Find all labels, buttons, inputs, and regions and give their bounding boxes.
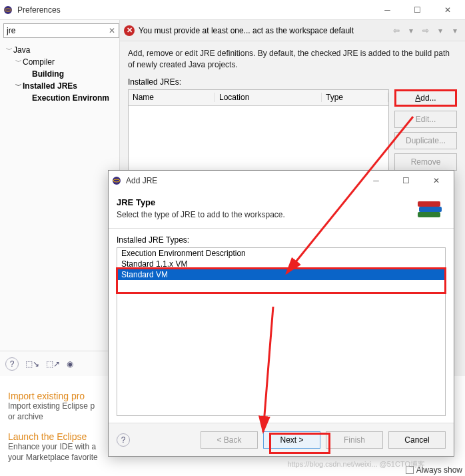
minimize-button[interactable]: ─: [372, 1, 402, 19]
installed-jres-label: Installed JREs:: [128, 77, 457, 87]
oomph-icon[interactable]: ◉: [67, 359, 73, 369]
edit-button: Edit...: [394, 111, 457, 128]
type-standard-vm[interactable]: Standard VM: [117, 269, 445, 280]
types-label: Installed JRE Types:: [117, 235, 446, 245]
svg-rect-4: [418, 212, 440, 217]
dialog-title: Add JRE: [126, 176, 361, 185]
type-exec-env[interactable]: Execution Environment Description: [117, 248, 445, 259]
dialog-heading: JRE Type: [117, 197, 414, 207]
add-button[interactable]: AAdd...dd...: [394, 89, 457, 107]
clear-filter-icon[interactable]: ✕: [107, 23, 116, 38]
help-icon[interactable]: ?: [5, 357, 19, 371]
dlg-help-icon[interactable]: ?: [117, 433, 130, 447]
page-description: Add, remove or edit JRE definitions. By …: [120, 41, 465, 75]
dialog-subtitle: Select the type of JRE to add to the wor…: [117, 210, 414, 219]
dlg-close-button[interactable]: ✕: [421, 171, 451, 190]
filter-input[interactable]: [3, 23, 119, 38]
col-name[interactable]: Name: [129, 93, 215, 102]
error-icon: ✕: [124, 25, 135, 36]
duplicate-button: Duplicate...: [394, 132, 457, 149]
tree-java[interactable]: Java: [13, 45, 30, 55]
tree-compiler[interactable]: Compiler: [23, 57, 55, 67]
finish-button: Finish: [326, 431, 383, 449]
svg-rect-6: [418, 201, 440, 207]
nav-forward-icon[interactable]: ⇨: [420, 26, 432, 35]
cancel-button[interactable]: Cancel: [388, 431, 446, 449]
remove-button: Remove: [394, 153, 457, 171]
back-button: < Back: [201, 431, 258, 449]
svg-rect-5: [419, 207, 442, 212]
nav-menu-icon[interactable]: ▾: [449, 26, 461, 35]
close-button[interactable]: ✕: [432, 1, 462, 19]
window-title: Preferences: [17, 5, 372, 15]
maximize-button[interactable]: ☐: [402, 1, 432, 19]
dlg-minimize-button[interactable]: ─: [361, 171, 391, 190]
svg-point-2: [113, 177, 121, 185]
svg-point-0: [4, 6, 12, 14]
error-message: You must provide at least one... act as …: [139, 26, 354, 35]
dlg-maximize-button[interactable]: ☐: [391, 171, 421, 190]
col-location[interactable]: Location: [215, 93, 322, 102]
jre-types-list[interactable]: Execution Environment Description Standa…: [117, 247, 446, 416]
nav-back-icon[interactable]: ⇦: [390, 26, 402, 35]
preferences-tree[interactable]: ﹀Java ﹀Compiler Building ﹀Installed JREs…: [0, 41, 119, 351]
export-prefs-icon[interactable]: ⬚↗: [46, 359, 60, 369]
eclipse-icon: [111, 175, 122, 186]
type-standard-11x[interactable]: Standard 1.1.x VM: [117, 259, 445, 269]
watermark: https://blog.csdn.net/weixi... @51CTO博客: [287, 459, 425, 469]
library-icon: [414, 197, 446, 224]
tree-exec-env[interactable]: Execution Environm: [32, 93, 109, 103]
col-type[interactable]: Type: [322, 93, 388, 102]
import-prefs-icon[interactable]: ⬚↘: [25, 359, 39, 369]
tree-building[interactable]: Building: [32, 69, 64, 79]
eclipse-icon: [3, 5, 13, 15]
tree-installed-jres[interactable]: Installed JREs: [23, 81, 77, 91]
next-button[interactable]: Next >: [263, 431, 320, 449]
